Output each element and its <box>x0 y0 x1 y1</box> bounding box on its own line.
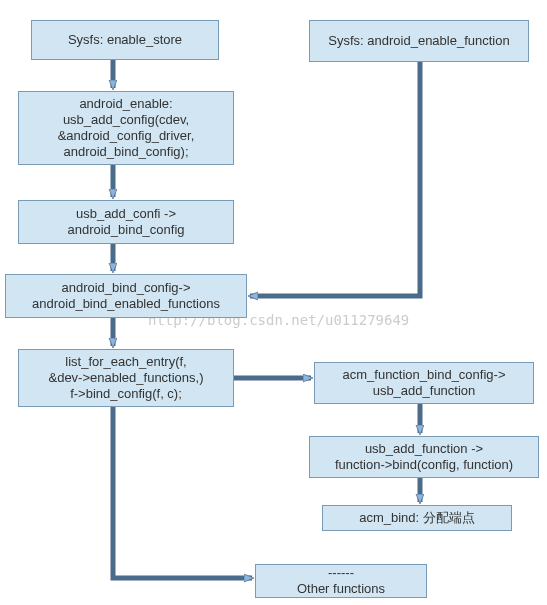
node-acm-bind: acm_bind: 分配端点 <box>322 505 512 531</box>
arrow-n6-n10 <box>113 407 252 578</box>
node-android-enable: android_enable: usb_add_config(cdev, &an… <box>18 91 234 165</box>
node-acm-function-bind-config: acm_function_bind_config-> usb_add_funct… <box>314 362 534 404</box>
arrow-n2-n5 <box>250 62 420 296</box>
node-sysfs-enable-store: Sysfs: enable_store <box>31 20 219 60</box>
node-android-bind-config: android_bind_config-> android_bind_enabl… <box>5 274 247 318</box>
node-usb-add-function-bind: usb_add_function -> function->bind(confi… <box>309 436 539 478</box>
node-sysfs-android-enable-function: Sysfs: android_enable_function <box>309 20 529 62</box>
node-other-functions: ------ Other functions <box>255 564 427 598</box>
node-list-for-each-entry: list_for_each_entry(f, &dev->enabled_fun… <box>18 349 234 407</box>
node-usb-add-confi: usb_add_confi -> android_bind_config <box>18 200 234 244</box>
